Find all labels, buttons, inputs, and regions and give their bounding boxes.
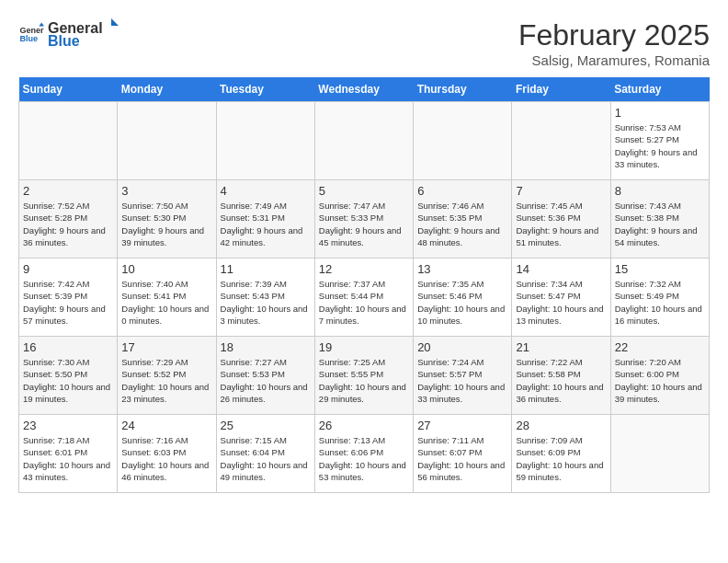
day-info: Sunrise: 7:32 AM Sunset: 5:49 PM Dayligh… xyxy=(615,278,705,327)
day-number: 18 xyxy=(221,340,311,354)
week-row-2: 2Sunrise: 7:52 AM Sunset: 5:28 PM Daylig… xyxy=(19,180,710,259)
day-number: 16 xyxy=(23,340,113,354)
day-header-thursday: Thursday xyxy=(414,77,512,102)
day-info: Sunrise: 7:34 AM Sunset: 5:47 PM Dayligh… xyxy=(516,278,606,327)
day-number: 1 xyxy=(615,106,705,120)
day-info: Sunrise: 7:52 AM Sunset: 5:28 PM Dayligh… xyxy=(23,200,113,248)
day-info: Sunrise: 7:11 AM Sunset: 6:07 PM Dayligh… xyxy=(417,434,507,483)
svg-text:Blue: Blue xyxy=(19,34,38,43)
day-cell: 25Sunrise: 7:15 AM Sunset: 6:04 PM Dayli… xyxy=(216,415,314,493)
day-number: 27 xyxy=(417,419,507,432)
day-header-saturday: Saturday xyxy=(610,77,709,102)
day-cell: 2Sunrise: 7:52 AM Sunset: 5:28 PM Daylig… xyxy=(19,180,118,259)
svg-marker-3 xyxy=(111,18,119,26)
location: Salsig, Maramures, Romania xyxy=(518,52,710,68)
day-number: 25 xyxy=(221,419,311,432)
day-info: Sunrise: 7:15 AM Sunset: 6:04 PM Dayligh… xyxy=(221,434,311,483)
day-info: Sunrise: 7:47 AM Sunset: 5:33 PM Dayligh… xyxy=(319,200,409,248)
day-number: 11 xyxy=(221,262,311,276)
day-cell xyxy=(314,102,413,180)
header-row: SundayMondayTuesdayWednesdayThursdayFrid… xyxy=(19,77,710,102)
week-row-4: 16Sunrise: 7:30 AM Sunset: 5:50 PM Dayli… xyxy=(19,337,710,415)
day-info: Sunrise: 7:53 AM Sunset: 5:27 PM Dayligh… xyxy=(615,121,705,170)
day-info: Sunrise: 7:24 AM Sunset: 5:57 PM Dayligh… xyxy=(417,356,507,405)
day-cell: 4Sunrise: 7:49 AM Sunset: 5:31 PM Daylig… xyxy=(216,180,314,259)
week-row-3: 9Sunrise: 7:42 AM Sunset: 5:39 PM Daylig… xyxy=(19,259,710,337)
day-header-tuesday: Tuesday xyxy=(216,77,314,102)
day-cell: 16Sunrise: 7:30 AM Sunset: 5:50 PM Dayli… xyxy=(19,337,118,415)
day-number: 10 xyxy=(121,262,211,276)
month-year: February 2025 xyxy=(518,18,710,52)
day-number: 7 xyxy=(516,184,606,198)
day-number: 3 xyxy=(121,184,211,198)
week-row-5: 23Sunrise: 7:18 AM Sunset: 6:01 PM Dayli… xyxy=(19,415,710,493)
day-info: Sunrise: 7:40 AM Sunset: 5:41 PM Dayligh… xyxy=(121,278,211,327)
day-number: 8 xyxy=(615,184,705,198)
day-cell: 3Sunrise: 7:50 AM Sunset: 5:30 PM Daylig… xyxy=(118,180,216,259)
day-info: Sunrise: 7:27 AM Sunset: 5:53 PM Dayligh… xyxy=(221,356,311,405)
day-number: 5 xyxy=(319,184,409,198)
day-info: Sunrise: 7:09 AM Sunset: 6:09 PM Dayligh… xyxy=(516,434,606,483)
day-number: 2 xyxy=(23,184,113,198)
day-info: Sunrise: 7:13 AM Sunset: 6:06 PM Dayligh… xyxy=(319,434,409,483)
day-cell: 6Sunrise: 7:46 AM Sunset: 5:35 PM Daylig… xyxy=(414,180,512,259)
day-cell: 15Sunrise: 7:32 AM Sunset: 5:49 PM Dayli… xyxy=(610,259,709,337)
page-header: General Blue General Blue February 2025 … xyxy=(18,18,710,68)
day-number: 21 xyxy=(516,340,606,354)
day-cell: 1Sunrise: 7:53 AM Sunset: 5:27 PM Daylig… xyxy=(610,102,709,180)
day-info: Sunrise: 7:18 AM Sunset: 6:01 PM Dayligh… xyxy=(23,434,113,483)
day-number: 4 xyxy=(221,184,311,198)
day-cell: 23Sunrise: 7:18 AM Sunset: 6:01 PM Dayli… xyxy=(19,415,118,493)
day-number: 12 xyxy=(319,262,409,276)
day-number: 13 xyxy=(417,262,507,276)
day-cell: 13Sunrise: 7:35 AM Sunset: 5:46 PM Dayli… xyxy=(414,259,512,337)
day-number: 17 xyxy=(121,340,211,354)
day-cell: 5Sunrise: 7:47 AM Sunset: 5:33 PM Daylig… xyxy=(314,180,413,259)
day-cell: 10Sunrise: 7:40 AM Sunset: 5:41 PM Dayli… xyxy=(118,259,216,337)
day-number: 23 xyxy=(23,419,113,432)
day-info: Sunrise: 7:43 AM Sunset: 5:38 PM Dayligh… xyxy=(615,200,705,248)
day-number: 26 xyxy=(319,419,409,432)
day-info: Sunrise: 7:30 AM Sunset: 5:50 PM Dayligh… xyxy=(23,356,113,405)
day-cell: 11Sunrise: 7:39 AM Sunset: 5:43 PM Dayli… xyxy=(216,259,314,337)
day-info: Sunrise: 7:29 AM Sunset: 5:52 PM Dayligh… xyxy=(121,356,211,405)
day-cell: 24Sunrise: 7:16 AM Sunset: 6:03 PM Dayli… xyxy=(118,415,216,493)
logo: General Blue General Blue xyxy=(18,18,119,50)
day-cell xyxy=(414,102,512,180)
day-cell: 18Sunrise: 7:27 AM Sunset: 5:53 PM Dayli… xyxy=(216,337,314,415)
day-cell: 9Sunrise: 7:42 AM Sunset: 5:39 PM Daylig… xyxy=(19,259,118,337)
svg-text:General: General xyxy=(19,26,44,35)
day-cell: 26Sunrise: 7:13 AM Sunset: 6:06 PM Dayli… xyxy=(314,415,413,493)
day-number: 14 xyxy=(516,262,606,276)
day-info: Sunrise: 7:42 AM Sunset: 5:39 PM Dayligh… xyxy=(23,278,113,327)
day-cell xyxy=(118,102,216,180)
day-number: 20 xyxy=(417,340,507,354)
day-info: Sunrise: 7:46 AM Sunset: 5:35 PM Dayligh… xyxy=(417,200,507,248)
day-number: 22 xyxy=(615,340,705,354)
logo-icon: General Blue xyxy=(18,21,44,47)
day-number: 6 xyxy=(417,184,507,198)
day-cell: 19Sunrise: 7:25 AM Sunset: 5:55 PM Dayli… xyxy=(314,337,413,415)
day-cell: 7Sunrise: 7:45 AM Sunset: 5:36 PM Daylig… xyxy=(512,180,610,259)
day-cell: 20Sunrise: 7:24 AM Sunset: 5:57 PM Dayli… xyxy=(414,337,512,415)
day-cell xyxy=(19,102,118,180)
day-number: 28 xyxy=(516,419,606,432)
day-cell: 28Sunrise: 7:09 AM Sunset: 6:09 PM Dayli… xyxy=(512,415,610,493)
day-cell: 12Sunrise: 7:37 AM Sunset: 5:44 PM Dayli… xyxy=(314,259,413,337)
day-info: Sunrise: 7:45 AM Sunset: 5:36 PM Dayligh… xyxy=(516,200,606,248)
day-cell: 22Sunrise: 7:20 AM Sunset: 6:00 PM Dayli… xyxy=(610,337,709,415)
day-info: Sunrise: 7:39 AM Sunset: 5:43 PM Dayligh… xyxy=(221,278,311,327)
day-number: 15 xyxy=(615,262,705,276)
day-info: Sunrise: 7:50 AM Sunset: 5:30 PM Dayligh… xyxy=(121,200,211,248)
day-cell: 17Sunrise: 7:29 AM Sunset: 5:52 PM Dayli… xyxy=(118,337,216,415)
day-number: 24 xyxy=(121,419,211,432)
day-info: Sunrise: 7:22 AM Sunset: 5:58 PM Dayligh… xyxy=(516,356,606,405)
week-row-1: 1Sunrise: 7:53 AM Sunset: 5:27 PM Daylig… xyxy=(19,102,710,180)
day-info: Sunrise: 7:35 AM Sunset: 5:46 PM Dayligh… xyxy=(417,278,507,327)
day-cell: 27Sunrise: 7:11 AM Sunset: 6:07 PM Dayli… xyxy=(414,415,512,493)
day-cell: 21Sunrise: 7:22 AM Sunset: 5:58 PM Dayli… xyxy=(512,337,610,415)
day-number: 9 xyxy=(23,262,113,276)
day-header-sunday: Sunday xyxy=(19,77,118,102)
svg-marker-2 xyxy=(39,22,44,26)
day-info: Sunrise: 7:16 AM Sunset: 6:03 PM Dayligh… xyxy=(121,434,211,483)
